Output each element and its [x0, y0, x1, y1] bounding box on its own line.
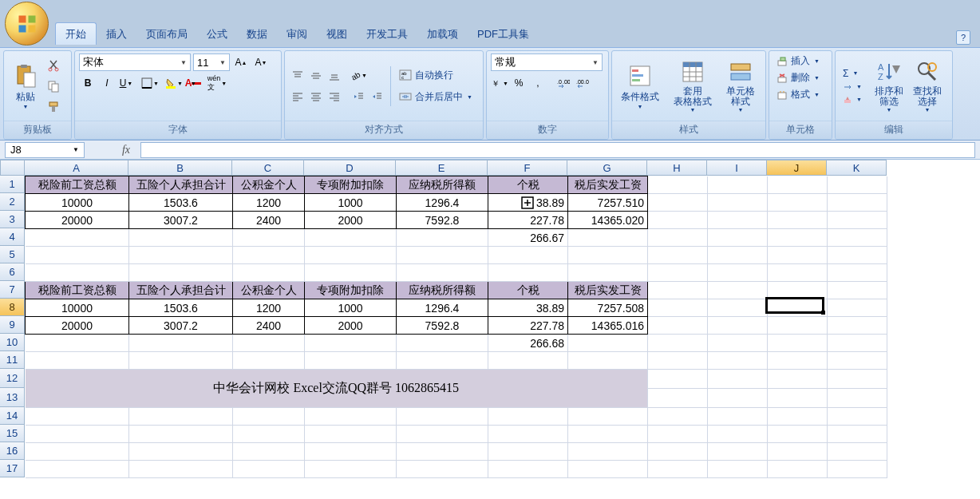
cell[interactable] [26, 426, 129, 443]
cell[interactable] [305, 247, 397, 264]
cell[interactable] [568, 247, 648, 264]
cell[interactable] [488, 443, 568, 461]
cell[interactable] [708, 443, 768, 461]
cell[interactable] [768, 408, 828, 426]
insert-cells-button[interactable]: 插入▼ [773, 53, 828, 69]
cell[interactable]: 1000 [305, 194, 397, 212]
decrease-decimal-button[interactable]: .00.0 [574, 74, 591, 92]
tab-pagelayout[interactable]: 页面布局 [136, 23, 197, 45]
col-header-I[interactable]: I [707, 160, 767, 176]
cell[interactable]: 2400 [233, 212, 305, 229]
cell[interactable] [828, 229, 887, 247]
row-header-2[interactable]: 2 [0, 193, 25, 211]
cell[interactable]: 20000 [26, 212, 129, 229]
row-header-7[interactable]: 7 [0, 281, 25, 299]
grow-font-button[interactable]: A▲ [232, 53, 250, 71]
row-header-13[interactable]: 13 [0, 388, 25, 407]
cell[interactable]: 10000 [26, 299, 129, 317]
increase-indent-button[interactable] [368, 88, 385, 105]
fill-button[interactable]: ▼ [840, 81, 865, 93]
cell[interactable] [129, 408, 233, 426]
cell[interactable]: 个税 [488, 176, 568, 194]
cell[interactable] [648, 389, 708, 408]
cell[interactable] [648, 443, 708, 461]
comma-button[interactable]: , [529, 74, 547, 92]
cell[interactable] [768, 317, 828, 335]
cell[interactable] [828, 282, 887, 299]
cell[interactable] [708, 461, 768, 478]
autosum-button[interactable]: Σ▼ [840, 67, 865, 80]
cell[interactable]: 专项附加扣除 [305, 176, 397, 194]
phonetic-button[interactable]: wén文▼ [208, 74, 226, 92]
cell[interactable] [129, 229, 233, 247]
cell[interactable] [397, 229, 488, 247]
cell[interactable] [828, 176, 887, 194]
cell[interactable]: 7257.508 [568, 299, 648, 317]
cell[interactable] [26, 461, 129, 478]
cell[interactable] [305, 264, 397, 282]
cell[interactable]: 3007.2 [129, 317, 233, 335]
delete-cells-button[interactable]: 删除▼ [773, 70, 828, 85]
cell[interactable] [305, 461, 397, 478]
cell[interactable] [568, 264, 648, 282]
cell[interactable] [488, 247, 568, 264]
cell[interactable]: 266.67 [488, 229, 568, 247]
cell[interactable] [648, 299, 708, 317]
number-format-combo[interactable]: 常规▼ [491, 53, 603, 71]
tab-addins[interactable]: 加载项 [417, 23, 468, 45]
cell[interactable] [828, 247, 887, 264]
cell[interactable] [708, 229, 768, 247]
cell[interactable] [26, 408, 129, 426]
office-button[interactable] [5, 2, 49, 46]
currency-button[interactable]: ￥▼ [491, 74, 508, 92]
row-header-8[interactable]: 8 [0, 299, 25, 316]
cell[interactable] [768, 194, 828, 212]
cell[interactable] [708, 247, 768, 264]
cell[interactable] [768, 212, 828, 229]
cell[interactable] [305, 352, 397, 370]
increase-decimal-button[interactable]: .0.00 [555, 74, 572, 92]
cell[interactable] [488, 408, 568, 426]
cell[interactable] [26, 229, 129, 247]
cell[interactable]: 公积金个人 [233, 176, 305, 194]
cell[interactable] [648, 335, 708, 352]
cell[interactable] [708, 335, 768, 352]
format-as-table-button[interactable]: 套用 表格格式▼ [669, 57, 717, 114]
cell[interactable]: 20000 [26, 317, 129, 335]
decrease-indent-button[interactable] [350, 88, 367, 105]
cell[interactable] [488, 264, 568, 282]
cell[interactable]: 2000 [305, 212, 397, 229]
cell[interactable] [768, 335, 828, 352]
row-header-12[interactable]: 12 [0, 369, 25, 388]
cell[interactable]: 7592.8 [397, 212, 488, 229]
cell[interactable] [26, 335, 129, 352]
cell[interactable] [568, 335, 648, 352]
cell[interactable]: 1200 [233, 194, 305, 212]
cell[interactable] [397, 247, 488, 264]
cell[interactable] [648, 461, 708, 478]
wrap-text-button[interactable]: abc 自动换行 [396, 67, 476, 84]
cell[interactable] [568, 443, 648, 461]
cell[interactable] [26, 264, 129, 282]
row-header-17[interactable]: 17 [0, 460, 25, 477]
cell[interactable] [708, 317, 768, 335]
cell[interactable] [129, 426, 233, 443]
cell[interactable] [828, 370, 887, 389]
cell[interactable] [233, 408, 305, 426]
cell[interactable]: 五险个人承担合计 [129, 282, 233, 299]
cell[interactable] [305, 443, 397, 461]
tab-formulas[interactable]: 公式 [197, 23, 237, 45]
cell[interactable] [397, 443, 488, 461]
cell[interactable] [129, 443, 233, 461]
align-middle-button[interactable] [307, 67, 325, 85]
paste-button[interactable]: 粘贴 ▼ [8, 61, 43, 111]
cell[interactable] [397, 408, 488, 426]
cell[interactable] [768, 461, 828, 478]
cell[interactable] [768, 352, 828, 370]
cell[interactable] [768, 299, 828, 317]
cell[interactable]: 2000 [305, 317, 397, 335]
cell[interactable] [233, 264, 305, 282]
cell[interactable] [233, 443, 305, 461]
cell[interactable]: 10000 [26, 194, 129, 212]
find-select-button[interactable]: 查找和 选择▼ [908, 57, 946, 114]
